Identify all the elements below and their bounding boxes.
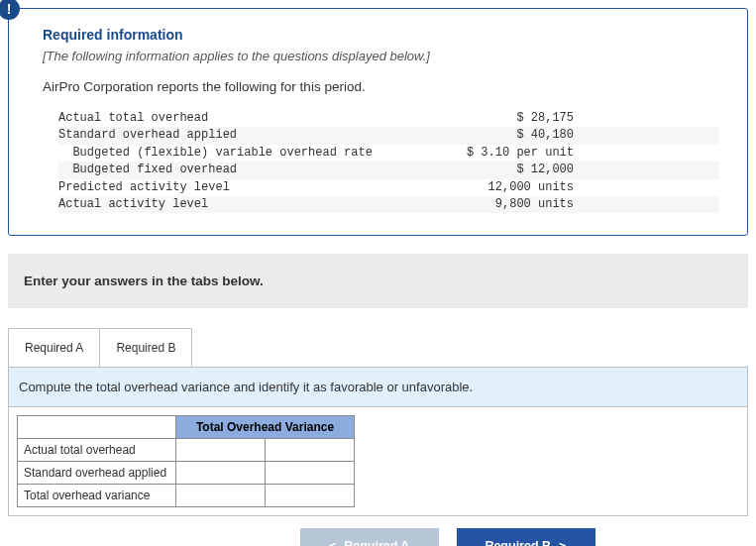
total-variance-input[interactable] (176, 485, 266, 507)
data-label: Standard overhead applied (58, 127, 415, 144)
nav-buttons: < Required A Required B > (8, 528, 748, 546)
data-row: Standard overhead applied$ 40,180 (58, 127, 719, 144)
chevron-right-icon: > (559, 538, 567, 546)
row-label: Standard overhead applied (18, 462, 176, 485)
tabs: Required A Required B (8, 328, 748, 367)
table-row: Actual total overhead (18, 439, 355, 462)
data-label: Budgeted (flexible) variable overhead ra… (58, 145, 415, 162)
table-row: Standard overhead applied (18, 462, 355, 485)
row-label: Total overhead variance (18, 485, 176, 507)
prev-required-a-button[interactable]: < Required A (300, 528, 439, 546)
chevron-left-icon: < (329, 538, 337, 546)
intro-text: AirPro Corporation reports the following… (43, 79, 719, 94)
data-label: Predicted activity level (58, 179, 415, 196)
table-header-blank (18, 416, 176, 439)
next-required-b-button[interactable]: Required B > (457, 528, 595, 546)
next-label: Required B (485, 539, 551, 546)
data-value: $ 40,180 (415, 127, 574, 144)
data-row: Budgeted fixed overhead$ 12,000 (58, 162, 719, 178)
standard-applied-input[interactable] (176, 462, 266, 485)
data-value: 12,000 units (415, 179, 574, 196)
actual-overhead-input[interactable] (176, 439, 266, 462)
tab-required-b[interactable]: Required B (100, 328, 192, 367)
info-icon: ! (0, 0, 20, 20)
data-label: Actual total overhead (58, 110, 415, 127)
tab-panel: Compute the total overhead variance and … (8, 367, 748, 516)
given-data-block: Actual total overhead$ 28,175 Standard o… (58, 110, 719, 213)
data-value: $ 12,000 (415, 162, 574, 178)
data-value: $ 28,175 (415, 110, 574, 127)
data-row: Budgeted (flexible) variable overhead ra… (58, 145, 719, 162)
data-row: Actual total overhead$ 28,175 (58, 110, 719, 127)
table-header: Total Overhead Variance (176, 416, 355, 439)
total-variance-fav-unfav[interactable] (266, 485, 355, 507)
required-information-panel: ! Required information [The following in… (8, 8, 748, 236)
question-text: Compute the total overhead variance and … (9, 368, 747, 407)
table-row: Total overhead variance (18, 485, 355, 507)
standard-applied-extra[interactable] (266, 462, 355, 485)
data-value: $ 3.10 per unit (415, 145, 574, 162)
data-row: Predicted activity level12,000 units (58, 179, 719, 196)
data-row: Actual activity level9,800 units (58, 196, 719, 213)
data-label: Budgeted fixed overhead (58, 162, 415, 178)
instruction-bar: Enter your answers in the tabs below. (8, 254, 748, 308)
data-value: 9,800 units (415, 196, 574, 213)
tab-required-a[interactable]: Required A (8, 328, 100, 367)
required-info-heading: Required information (43, 27, 719, 43)
actual-overhead-extra[interactable] (266, 439, 355, 462)
prev-label: Required A (344, 539, 409, 546)
data-label: Actual activity level (58, 196, 415, 213)
overhead-variance-table: Total Overhead Variance Actual total ove… (17, 415, 355, 507)
row-label: Actual total overhead (18, 439, 176, 462)
preamble-text: [The following information applies to th… (43, 49, 719, 63)
